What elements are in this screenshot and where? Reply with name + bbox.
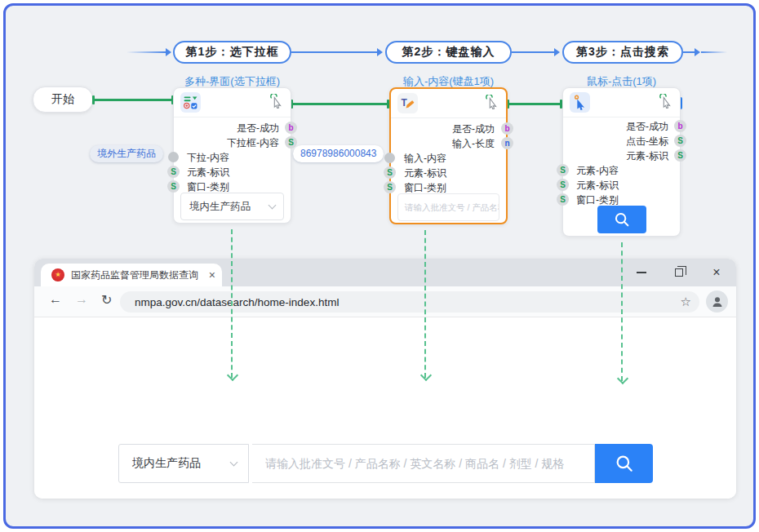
node2-input-element-id: 元素-标识 [404, 166, 446, 180]
step-connector-line [126, 51, 166, 53]
browser-window: ★ 国家药品监督管理局数据查询 × × ← → ↻ nmpa.gov.cn/da… [34, 259, 736, 499]
start-node[interactable]: 开始 [33, 86, 93, 113]
node2-card-keyboard-input[interactable]: T 是否-成功 输入-长度 输入-内容 元素-标识 窗口-类别 b n [389, 87, 508, 224]
step-2-label: 第2步：键盘输入 [402, 45, 495, 60]
step-2-pill[interactable]: 第2步：键盘输入 [385, 41, 512, 64]
profile-avatar[interactable] [706, 290, 728, 313]
multi-ui-widgets-icon [180, 92, 201, 113]
node3-output-element-id: 元素-标识 [626, 149, 668, 163]
badge-string: S [384, 181, 396, 193]
badge-string: S [557, 179, 569, 191]
step-3-pill[interactable]: 第3步：点击搜索 [562, 41, 683, 64]
back-icon[interactable]: ← [49, 292, 62, 307]
person-icon [711, 295, 724, 308]
badge-string: S [674, 135, 686, 147]
search-button[interactable] [595, 444, 653, 483]
badge-boolean: b [285, 122, 297, 134]
pick-element-cursor-icon[interactable] [485, 95, 499, 113]
mapping-arrow-dropdown [231, 229, 233, 378]
reload-icon[interactable]: ↻ [101, 292, 112, 308]
step-3-label: 第3步：点击搜索 [576, 45, 669, 60]
node1-output-dropdown-content: 下拉框-内容 [227, 135, 279, 150]
search-input[interactable] [252, 444, 595, 483]
pick-element-cursor-icon[interactable] [659, 94, 673, 112]
step-connector-line [291, 51, 377, 53]
node1-output-success: 是否-成功 [237, 121, 279, 135]
connector-node2-node3 [508, 103, 562, 105]
node3-output-click-coords: 点击-坐标 [626, 134, 668, 149]
browser-titlebar: ★ 国家药品监督管理局数据查询 × × [34, 259, 736, 286]
badge-boolean: b [501, 122, 513, 135]
category-dropdown-value: 境内生产药品 [132, 456, 201, 471]
node1-input-element-id: 元素-标识 [187, 165, 229, 180]
badge-boolean: b [674, 120, 686, 132]
node2-header: T [391, 89, 506, 118]
url-text: nmpa.gov.cn/datasearch/home-index.html [135, 296, 681, 308]
step-1-label: 第1步：选下拉框 [186, 45, 279, 60]
arrowhead-icon [166, 48, 171, 56]
nmpa-favicon-icon: ★ [51, 268, 64, 282]
node3-input-element-content: 元素-内容 [576, 163, 619, 178]
node1-dropdown-value: 境内生产药品 [189, 200, 251, 214]
mapping-arrow-button [621, 242, 623, 381]
node1-port-dropdown-value[interactable] [168, 152, 179, 162]
node3-header [563, 88, 680, 117]
node2-value-tag[interactable]: 86978986000843 [293, 145, 384, 162]
node2-input-preview[interactable]: 请输入批准文号 / 产品名称 / 英文名称 / 商品名 / 剂型 / 规格 [397, 193, 499, 221]
forward-icon[interactable]: → [75, 292, 88, 307]
automation-canvas: 第1步：选下拉框 第2步：键盘输入 第3步：点击搜索 开始 多种-界面(选 [0, 0, 759, 532]
node2-output-input-length: 输入-长度 [452, 136, 495, 151]
search-icon [614, 453, 635, 474]
step-connector-line [701, 51, 727, 53]
step-1-pill[interactable]: 第1步：选下拉框 [173, 41, 291, 64]
node1-header [174, 88, 291, 117]
step-connector-line [683, 51, 695, 53]
node1-input-dropdown-value: 下拉-内容 [187, 150, 229, 165]
browser-navbar: ← → ↻ nmpa.gov.cn/datasearch/home-index.… [34, 286, 736, 317]
tab-close-icon[interactable]: × [209, 268, 215, 282]
bookmark-star-icon[interactable]: ☆ [681, 295, 691, 309]
workflow-frame: 第1步：选下拉框 第2步：键盘输入 第3步：点击搜索 开始 多种-界面(选 [3, 3, 756, 529]
tab-title: 国家药品监督管理局数据查询 [71, 268, 204, 282]
window-minimize-button[interactable] [625, 259, 658, 286]
badge-string: S [384, 166, 396, 179]
step-connector-line [512, 51, 554, 53]
connector-node1-node2 [291, 103, 389, 105]
search-icon [613, 211, 631, 228]
window-close-button[interactable]: × [700, 259, 733, 286]
node1-card-dropdown-select[interactable]: 是否-成功 下拉框-内容 下拉-内容 元素-标识 窗口-类别 b S S S 境… [173, 87, 291, 224]
node1-value-tag[interactable]: 境外生产药品 [90, 145, 163, 162]
start-node-label: 开始 [51, 92, 74, 107]
node1-dropdown-preview[interactable]: 境内生产药品 [180, 193, 284, 220]
connector-cap [92, 95, 95, 104]
badge-string: S [167, 166, 180, 178]
nmpa-page-body: 境内生产药品 [34, 317, 736, 499]
chevron-down-icon [230, 458, 238, 466]
category-dropdown[interactable]: 境内生产药品 [118, 444, 249, 483]
badge-number: n [501, 137, 513, 149]
window-restore-button[interactable] [663, 259, 695, 286]
node3-search-button-preview[interactable] [597, 206, 646, 233]
badge-string: S [557, 193, 569, 206]
arrowhead-icon [554, 48, 560, 56]
text-input-icon: T [397, 93, 418, 113]
chevron-down-icon [269, 201, 277, 209]
pick-element-cursor-icon[interactable] [269, 94, 284, 112]
badge-string: S [167, 180, 180, 193]
arrowhead-icon [377, 48, 383, 56]
node2-port-input-content[interactable] [384, 153, 395, 163]
node2-input-content: 输入-内容 [404, 151, 446, 166]
mouse-click-icon [570, 92, 590, 113]
node3-card-mouse-click[interactable]: 是否-成功 点击-坐标 元素-标识 元素-内容 元素-标识 窗口-类别 b S … [562, 87, 681, 237]
address-bar[interactable]: nmpa.gov.cn/datasearch/home-index.html ☆ [120, 291, 699, 313]
node3-output-success: 是否-成功 [626, 119, 668, 134]
mapping-arrow-input [424, 230, 426, 378]
badge-string: S [557, 164, 569, 176]
node2-output-success: 是否-成功 [452, 122, 495, 136]
badge-string: S [674, 149, 686, 162]
browser-tab[interactable]: ★ 国家药品监督管理局数据查询 × [41, 264, 222, 286]
arrowhead-icon [695, 48, 700, 56]
connector-start-node1 [93, 99, 173, 101]
node3-input-element-id: 元素-标识 [576, 178, 619, 193]
